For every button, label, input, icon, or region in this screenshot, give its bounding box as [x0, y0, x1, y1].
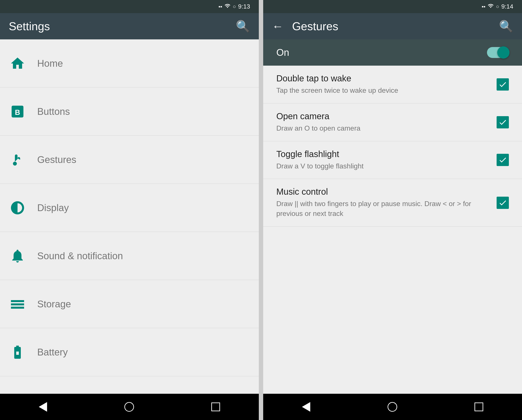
gesture-option-open-camera-title: Open camera — [276, 111, 490, 121]
left-app-bar: Settings 🔍 — [0, 13, 259, 39]
battery-icon: ○ — [233, 3, 236, 10]
gesture-option-double-tap-checkbox[interactable] — [497, 78, 509, 90]
right-app-bar: ← Gestures 🔍 — [263, 13, 522, 39]
gesture-option-open-camera[interactable]: Open camera Draw an O to open camera — [263, 104, 522, 141]
left-search-button[interactable]: 🔍 — [236, 20, 250, 33]
right-signal-icon — [488, 3, 494, 10]
gesture-option-toggle-flashlight-desc: Draw a V to toggle flashlight — [276, 161, 490, 171]
settings-item-battery[interactable]: Battery — [0, 328, 259, 376]
gesture-option-double-tap[interactable]: Double tap to wake Tap the screen twice … — [263, 66, 522, 104]
right-app-title: Gestures — [292, 20, 338, 33]
svg-point-2 — [13, 162, 17, 165]
right-panel: ▪▪ ○ 9:14 ← Gestures 🔍 On Double tap to … — [263, 0, 522, 420]
left-time: 9:13 — [238, 3, 250, 10]
display-icon — [9, 199, 26, 217]
gesture-options-list: Double tap to wake Tap the screen twice … — [263, 66, 522, 394]
gesture-option-double-tap-text: Double tap to wake Tap the screen twice … — [276, 74, 490, 95]
gesture-toggle-label: On — [276, 47, 289, 58]
gesture-toggle-switch[interactable] — [487, 47, 509, 58]
sound-icon — [9, 247, 26, 265]
left-app-title: Settings — [9, 20, 50, 33]
gesture-option-music-control-checkbox[interactable] — [497, 197, 509, 209]
gesture-option-toggle-flashlight-title: Toggle flashlight — [276, 149, 490, 159]
vibrate-icon: ▪▪ — [219, 3, 222, 10]
settings-item-home[interactable]: Home — [0, 39, 259, 88]
gesture-option-toggle-flashlight-text: Toggle flashlight Draw a V to toggle fla… — [276, 149, 490, 171]
gesture-option-music-control[interactable]: Music control Draw || with two fingers t… — [263, 179, 522, 227]
settings-item-gestures[interactable]: Gestures — [0, 136, 259, 184]
left-nav-bar — [0, 394, 259, 420]
panel-divider — [259, 0, 263, 420]
gesture-toggle-bar: On — [263, 39, 522, 66]
right-battery-icon: ○ — [496, 3, 499, 10]
home-icon — [9, 55, 26, 72]
signal-icon — [224, 3, 230, 10]
gesture-option-music-control-text: Music control Draw || with two fingers t… — [276, 187, 490, 218]
right-status-bar: ▪▪ ○ 9:14 — [263, 0, 522, 13]
left-panel: ▪▪ ○ 9:13 Settings 🔍 Home B — [0, 0, 259, 420]
settings-item-storage-label: Storage — [37, 299, 71, 309]
right-status-icons: ▪▪ ○ 9:14 — [482, 3, 513, 10]
settings-item-battery-label: Battery — [37, 347, 68, 358]
settings-item-buttons[interactable]: B Buttons — [0, 88, 259, 136]
right-time: 9:14 — [501, 3, 513, 10]
buttons-icon: B — [9, 103, 26, 120]
toggle-knob — [497, 46, 509, 59]
gesture-option-music-control-title: Music control — [276, 187, 490, 197]
gesture-option-double-tap-desc: Tap the screen twice to wake up device — [276, 86, 490, 95]
right-back-button[interactable]: ← — [272, 20, 283, 33]
right-recents-nav-button[interactable] — [475, 403, 483, 411]
left-status-icons: ▪▪ ○ 9:13 — [219, 3, 250, 10]
svg-text:B: B — [15, 108, 20, 116]
settings-item-storage[interactable]: Storage — [0, 280, 259, 328]
gesture-option-music-control-desc: Draw || with two fingers to play or paus… — [276, 199, 490, 218]
gesture-option-toggle-flashlight-checkbox[interactable] — [497, 154, 509, 166]
left-home-button[interactable] — [124, 402, 134, 412]
gesture-option-open-camera-checkbox[interactable] — [497, 116, 509, 128]
settings-item-display[interactable]: Display — [0, 184, 259, 232]
gestures-icon — [9, 151, 26, 168]
right-home-nav-button[interactable] — [388, 402, 397, 412]
settings-item-buttons-label: Buttons — [37, 106, 70, 117]
right-search-button[interactable]: 🔍 — [499, 20, 513, 33]
right-vibrate-icon: ▪▪ — [482, 3, 485, 10]
settings-list: Home B Buttons Gestures — [0, 39, 259, 394]
right-nav-bar — [263, 394, 522, 420]
battery-status-icon — [9, 344, 26, 361]
left-status-bar: ▪▪ ○ 9:13 — [0, 0, 259, 13]
gesture-option-toggle-flashlight[interactable]: Toggle flashlight Draw a V to toggle fla… — [263, 141, 522, 179]
settings-item-display-label: Display — [37, 202, 69, 213]
right-back-nav-button[interactable] — [302, 402, 310, 412]
settings-item-home-label: Home — [37, 58, 63, 69]
settings-item-gestures-label: Gestures — [37, 154, 77, 165]
settings-item-sound-label: Sound & notification — [37, 250, 123, 261]
left-back-button[interactable] — [39, 402, 47, 412]
storage-icon — [9, 295, 26, 313]
left-recents-button[interactable] — [211, 403, 220, 411]
gesture-option-double-tap-title: Double tap to wake — [276, 74, 490, 83]
settings-item-sound[interactable]: Sound & notification — [0, 232, 259, 280]
gesture-option-open-camera-text: Open camera Draw an O to open camera — [276, 111, 490, 133]
gesture-option-open-camera-desc: Draw an O to open camera — [276, 123, 490, 133]
